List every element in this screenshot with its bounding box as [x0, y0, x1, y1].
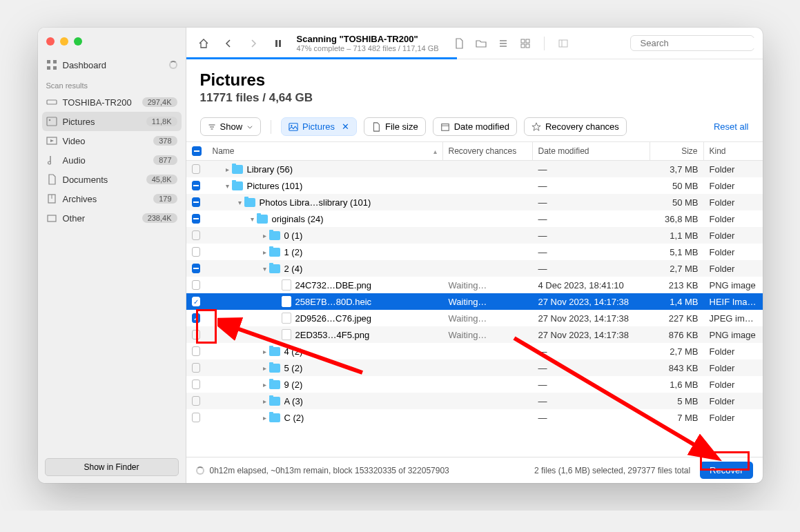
sidebar-item-dashboard[interactable]: Dashboard [38, 55, 186, 75]
clear-filter-icon[interactable]: ✕ [342, 121, 349, 132]
folder-icon [269, 248, 280, 257]
row-checkbox[interactable] [186, 197, 206, 207]
sort-asc-icon: ▴ [433, 148, 437, 155]
column-size[interactable]: Size [650, 142, 704, 160]
sidebar-item-documents[interactable]: Documents45,8K [38, 170, 186, 189]
disclosure-icon[interactable]: ▸ [261, 381, 269, 388]
file-kind: Folder [704, 396, 763, 406]
column-kind[interactable]: Kind [704, 142, 763, 160]
recover-button[interactable]: Recover [700, 462, 752, 479]
row-checkbox[interactable] [186, 280, 206, 290]
row-checkbox[interactable] [186, 181, 206, 190]
file-name: Pictures (101) [247, 181, 303, 191]
search-input[interactable] [641, 38, 757, 48]
filter-pill-recoverychances[interactable]: Recovery chances [524, 117, 627, 136]
folder-icon [269, 264, 280, 273]
svg-rect-5 [47, 117, 57, 126]
grid-view-icon[interactable] [516, 35, 534, 52]
row-checkbox[interactable] [186, 230, 206, 240]
disclosure-icon[interactable]: ▾ [236, 199, 244, 206]
table-row[interactable]: ▸ 0 (1) — 1,1 MB Folder [186, 227, 763, 244]
show-in-finder-button[interactable]: Show in Finder [45, 458, 179, 476]
file-view-icon[interactable] [450, 35, 468, 52]
table-row[interactable]: ✓ 2D9526…C76.jpeg Waiting… 27 Nov 2023, … [186, 310, 763, 326]
sidebar-item-drive[interactable]: TOSHIBA-TR200 297,4K [38, 92, 186, 112]
row-checkbox[interactable] [186, 380, 206, 389]
filter-pill-datemodified[interactable]: Date modified [433, 117, 517, 136]
minimize-icon[interactable] [60, 37, 68, 46]
disclosure-icon[interactable]: ▸ [224, 166, 232, 173]
search-box[interactable] [630, 35, 754, 51]
sidebar-item-pictures[interactable]: Pictures11,8K [42, 112, 182, 131]
other-icon [46, 213, 57, 224]
row-checkbox[interactable] [186, 330, 206, 339]
row-checkbox[interactable] [186, 214, 206, 224]
zoom-icon[interactable] [74, 37, 82, 46]
disclosure-icon[interactable]: ▸ [261, 364, 269, 372]
date-modified: — [533, 346, 650, 357]
sidebar-item-archives[interactable]: Archives179 [38, 189, 186, 208]
recovery-status: Waiting… [443, 280, 533, 290]
back-button[interactable] [219, 35, 237, 52]
table-row[interactable]: ▸ Library (56) — 3,7 MB Folder [186, 161, 763, 177]
header-checkbox[interactable] [186, 142, 206, 160]
file-kind: Folder [704, 264, 763, 274]
date-modified: — [533, 380, 650, 390]
row-checkbox[interactable]: ✓ [186, 313, 206, 323]
row-checkbox[interactable] [186, 264, 206, 273]
disclosure-icon[interactable]: ▸ [261, 232, 269, 239]
table-row[interactable]: ✓ 258E7B…80D.heic Waiting… 27 Nov 2023, … [186, 293, 763, 310]
disclosure-icon[interactable]: ▾ [248, 215, 257, 223]
row-checkbox[interactable] [186, 164, 206, 174]
count-badge: 179 [153, 194, 177, 204]
sidebar: Dashboard Scan results TOSHIBA-TR200 297… [38, 28, 186, 483]
reset-all-link[interactable]: Reset all [714, 121, 749, 132]
folder-view-icon[interactable] [472, 35, 490, 52]
pause-button[interactable] [269, 35, 287, 52]
table-row[interactable]: ▸ 1 (2) — 5,1 MB Folder [186, 244, 763, 260]
table-row[interactable]: ▾ originals (24) — 36,8 MB Folder [186, 210, 763, 227]
recovery-status: Waiting… [443, 330, 533, 340]
file-size: 1,4 MB [650, 297, 704, 307]
table-row[interactable]: ▸ 5 (2) — 843 KB Folder [186, 359, 763, 376]
close-icon[interactable] [46, 37, 55, 46]
disclosure-icon[interactable]: ▸ [261, 248, 269, 256]
sidebar-item-other[interactable]: Other238,4K [38, 208, 186, 228]
file-size: 2,7 MB [650, 264, 704, 274]
sidebar-item-video[interactable]: Video378 [38, 131, 186, 150]
sidebar-item-audio[interactable]: Audio877 [38, 150, 186, 170]
row-checkbox[interactable] [186, 346, 206, 356]
home-button[interactable] [195, 35, 213, 52]
table-row[interactable]: ▸ C (2) — 7 MB Folder [186, 409, 763, 426]
sidebar-toggle-icon[interactable] [554, 35, 572, 52]
row-checkbox[interactable]: ✓ [186, 297, 206, 306]
row-checkbox[interactable] [186, 413, 206, 422]
table-row[interactable]: ▾ Pictures (101) — 50 MB Folder [186, 177, 763, 194]
table-row[interactable]: ▾ Photos Libra…slibrary (101) — 50 MB Fo… [186, 194, 763, 210]
forward-button[interactable] [244, 35, 262, 52]
table-row[interactable]: ▸ A (3) — 5 MB Folder [186, 393, 763, 409]
table-row[interactable]: 2ED353…4F5.png Waiting… 27 Nov 2023, 14:… [186, 326, 763, 343]
row-checkbox[interactable] [186, 363, 206, 373]
scan-subtitle: 47% complete – 713 482 files / 117,14 GB [297, 44, 439, 52]
disclosure-icon[interactable]: ▾ [224, 182, 232, 190]
disclosure-icon[interactable]: ▸ [261, 348, 269, 355]
disclosure-icon[interactable]: ▾ [261, 265, 269, 273]
table-row[interactable]: 24C732…DBE.png Waiting… 4 Dec 2023, 18:4… [186, 277, 763, 293]
table-row[interactable]: ▸ 4 (2) — 2,7 MB Folder [186, 343, 763, 359]
disclosure-icon[interactable]: ▸ [261, 414, 269, 422]
row-checkbox[interactable] [186, 247, 206, 257]
disclosure-icon[interactable]: ▸ [261, 397, 269, 405]
list-view-icon[interactable] [494, 35, 512, 52]
table-row[interactable]: ▾ 2 (4) — 2,7 MB Folder [186, 260, 763, 277]
column-recovery[interactable]: Recovery chances [443, 142, 533, 160]
filter-pill-filesize[interactable]: File size [364, 117, 426, 136]
row-checkbox[interactable] [186, 396, 206, 406]
show-dropdown[interactable]: Show [200, 117, 262, 136]
file-size: 50 MB [650, 197, 704, 208]
table-row[interactable]: ▸ 9 (2) — 1,6 MB Folder [186, 376, 763, 393]
column-date[interactable]: Date modified [533, 142, 650, 160]
filter-pill-pictures[interactable]: Pictures ✕ [281, 117, 357, 136]
file-name: 0 (1) [284, 230, 303, 241]
column-name[interactable]: Name▴ [206, 142, 443, 160]
